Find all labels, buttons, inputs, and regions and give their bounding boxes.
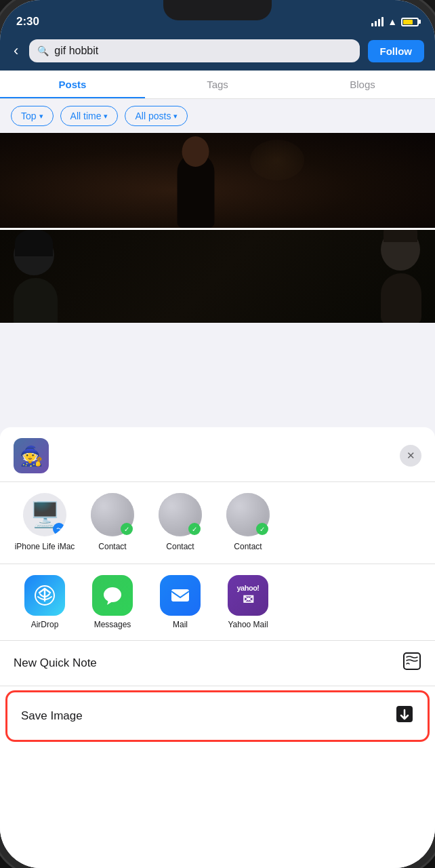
action-item-quick-note[interactable]: New Quick Note (0, 641, 435, 686)
contact-label-3: Contact (166, 542, 194, 553)
content-area (0, 133, 435, 323)
notch (163, 0, 272, 20)
mail-icon (160, 575, 201, 616)
tab-tags[interactable]: Tags (145, 71, 290, 98)
filter-type[interactable]: All posts ▾ (125, 106, 188, 126)
app-item-yahoo[interactable]: yahoo! ✉ Yahoo Mail (214, 575, 282, 629)
app-item-messages[interactable]: Messages (79, 575, 146, 629)
share-sheet: 🧙 ✕ 🖥️ 〜 iPhone Life iMac (0, 427, 435, 868)
action-item-save-image[interactable]: Save Image (7, 692, 428, 740)
airdrop-icon (24, 575, 65, 616)
contact-item-imac[interactable]: 🖥️ 〜 iPhone Life iMac (11, 493, 79, 553)
tabs-bar: Posts Tags Blogs (0, 71, 435, 99)
contacts-row: 🖥️ 〜 iPhone Life iMac ✓ Contact (0, 482, 435, 564)
check-icon: ✓ (188, 523, 201, 535)
app-item-airdrop[interactable]: AirDrop (11, 575, 79, 629)
svg-rect-3 (171, 589, 189, 601)
app-item-mail[interactable]: Mail (146, 575, 214, 629)
messages-icon (92, 575, 133, 616)
close-button[interactable]: ✕ (400, 445, 421, 467)
contact-avatar-imac: 🖥️ 〜 (23, 493, 66, 536)
wifi-badge-icon: 〜 (53, 523, 65, 535)
chevron-down-icon: ▾ (104, 112, 108, 121)
follow-button[interactable]: Follow (368, 40, 425, 62)
action-label-quick-note: New Quick Note (14, 656, 97, 670)
contact-label-imac: iPhone Life iMac (15, 542, 75, 553)
quick-note-icon (402, 652, 421, 675)
contact-item-3[interactable]: ✓ Contact (146, 493, 214, 553)
share-sheet-inner: 🧙 ✕ 🖥️ 〜 iPhone Life iMac (0, 427, 435, 868)
apps-row: AirDrop Messages (0, 564, 435, 641)
back-button[interactable]: ‹ (11, 39, 21, 62)
app-label-airdrop: AirDrop (31, 620, 59, 629)
app-icon-share: 🧙 (14, 438, 49, 473)
check-icon: ✓ (256, 523, 268, 535)
status-time: 2:30 (16, 15, 39, 28)
phone-frame: 2:30 ▲ ‹ 🔍 gif hobbit Follow (0, 0, 435, 868)
filter-sort[interactable]: Top ▾ (11, 106, 54, 126)
actions-section: New Quick Note (0, 641, 435, 868)
battery-icon (401, 18, 419, 26)
tab-blogs[interactable]: Blogs (290, 71, 435, 98)
filter-row: Top ▾ All time ▾ All posts ▾ (0, 99, 435, 133)
chevron-down-icon: ▾ (39, 112, 43, 121)
chevron-down-icon: ▾ (173, 112, 178, 121)
save-image-icon (395, 705, 414, 728)
search-icon: 🔍 (37, 45, 49, 56)
search-bar[interactable]: 🔍 gif hobbit (29, 39, 359, 62)
yahoo-icon: yahoo! ✉ (228, 575, 268, 616)
gif-frame-bottom (0, 230, 435, 323)
contact-label-4: Contact (234, 542, 262, 553)
contact-label-2: Contact (98, 542, 126, 553)
wifi-icon: ▲ (388, 16, 397, 27)
save-image-highlight: Save Image (5, 690, 430, 742)
action-label-save-image: Save Image (21, 709, 83, 723)
search-text: gif hobbit (54, 45, 351, 57)
contact-item-4[interactable]: ✓ Contact (214, 493, 282, 553)
contact-item-2[interactable]: ✓ Contact (79, 493, 146, 553)
app-label-mail: Mail (173, 620, 188, 629)
filter-time[interactable]: All time ▾ (60, 106, 119, 126)
app-label-messages: Messages (94, 620, 131, 629)
phone-screen: 2:30 ▲ ‹ 🔍 gif hobbit Follow (0, 0, 435, 868)
battery-fill (403, 20, 413, 24)
app-label-yahoo: Yahoo Mail (228, 620, 268, 629)
svg-rect-4 (404, 653, 420, 669)
app-header: ‹ 🔍 gif hobbit Follow (0, 34, 435, 71)
status-icons: ▲ (371, 16, 419, 27)
share-header: 🧙 ✕ (0, 427, 435, 482)
svg-point-1 (104, 587, 121, 602)
hobbit-silhouette (0, 133, 435, 228)
tab-posts[interactable]: Posts (0, 71, 145, 98)
gif-frame-top (0, 133, 435, 228)
check-icon: ✓ (121, 523, 133, 535)
signal-icon (371, 17, 384, 26)
